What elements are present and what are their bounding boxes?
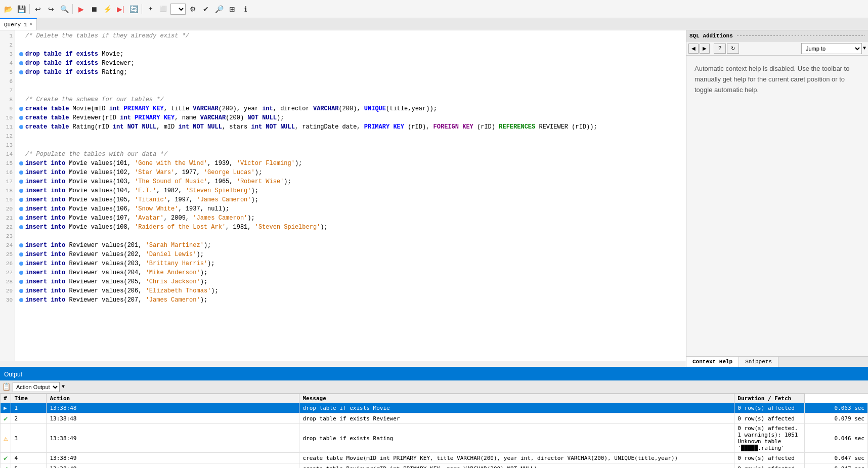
undo-button[interactable]: ↩ bbox=[32, 3, 44, 15]
output-table-container[interactable]: # Time Action Message Duration / Fetch ▶… bbox=[0, 394, 868, 468]
row-duration: 0.063 sec bbox=[805, 403, 868, 413]
code-line: insert into Movie values(103, 'The Sound… bbox=[15, 177, 686, 186]
run-selection-button[interactable]: ▶| bbox=[114, 3, 126, 15]
sql-additions-title: SQL Additions bbox=[689, 33, 733, 39]
line-number: 29 bbox=[0, 286, 13, 295]
nav-back-button[interactable]: ◀ bbox=[688, 44, 699, 54]
limit-select[interactable]: Limit to 1000 rows bbox=[170, 4, 186, 15]
context-tabs: Context Help Snippets bbox=[686, 356, 868, 367]
horizontal-scrollbar[interactable] bbox=[0, 361, 686, 367]
snippets-tab[interactable]: Snippets bbox=[739, 357, 778, 367]
code-text: create table Movie(mID int PRIMARY KEY, … bbox=[25, 104, 437, 113]
format-button[interactable]: ✦ bbox=[144, 3, 156, 15]
search2-button[interactable]: 🔎 bbox=[213, 3, 225, 15]
code-line: insert into Movie values(102, 'Star Wars… bbox=[15, 168, 686, 177]
output-table: # Time Action Message Duration / Fetch ▶… bbox=[0, 394, 868, 468]
row-message: 0 row(s) affected bbox=[734, 403, 805, 413]
output-header: Output bbox=[0, 368, 868, 380]
statement-dot bbox=[19, 225, 23, 229]
tab-bar: Query 1 × bbox=[0, 18, 868, 30]
code-text: drop table if exists Reviewer; bbox=[25, 59, 135, 68]
code-text: insert into Reviewer values(201, 'Sarah … bbox=[25, 241, 211, 250]
code-text: create table Rating(rID int NOT NULL, mI… bbox=[25, 122, 597, 132]
explain-button[interactable]: ⚡ bbox=[101, 3, 113, 15]
code-text: drop table if exists Movie; bbox=[25, 50, 123, 59]
main-toolbar: 📂 💾 ↩ ↪ 🔍 ▶ ⏹ ⚡ ▶| 🔄 ✦ ⬜ Limit to 1000 r… bbox=[0, 0, 868, 18]
nav-forward-button[interactable]: ▶ bbox=[700, 44, 710, 54]
code-line: insert into Reviewer values(204, 'Mike A… bbox=[15, 268, 686, 277]
code-line: insert into Movie values(104, 'E.T.', 19… bbox=[15, 186, 686, 195]
search-button[interactable]: 🔍 bbox=[58, 3, 70, 15]
code-editor[interactable]: /* Delete the tables if they already exi… bbox=[15, 30, 686, 361]
line-number: 14 bbox=[0, 150, 13, 159]
code-line bbox=[15, 232, 686, 241]
statement-dot bbox=[19, 271, 23, 275]
stop-button[interactable]: ⏹ bbox=[88, 3, 100, 15]
row-num: 4 bbox=[11, 453, 47, 463]
table-row[interactable]: ▶113:38:48drop table if exists Movie0 ro… bbox=[1, 403, 868, 413]
col-num: # bbox=[1, 394, 11, 403]
table-button[interactable]: ⊞ bbox=[226, 3, 238, 15]
code-text: insert into Movie values(106, 'Snow Whit… bbox=[25, 204, 229, 214]
code-line: drop table if exists Movie; bbox=[15, 50, 686, 59]
row-time: 13:38:49 bbox=[47, 453, 299, 463]
auto-help-button[interactable]: ↻ bbox=[727, 44, 739, 54]
code-line: insert into Reviewer values(207, 'James … bbox=[15, 295, 686, 305]
line-number: 2 bbox=[0, 40, 13, 50]
code-text: insert into Movie values(107, 'Avatar', … bbox=[25, 214, 255, 223]
run-button[interactable]: ▶ bbox=[75, 3, 87, 15]
commit-button[interactable]: ✔ bbox=[200, 3, 212, 15]
info-button[interactable]: ℹ bbox=[239, 3, 251, 15]
right-panel: SQL Additions ◀ ▶ ? ↻ Jump to ▼ Automati… bbox=[686, 30, 868, 367]
code-line: insert into Movie values(106, 'Snow Whit… bbox=[15, 204, 686, 214]
statement-dot bbox=[19, 171, 23, 175]
line-number: 7 bbox=[0, 86, 13, 95]
status-icon: ✔ bbox=[1, 453, 11, 463]
row-time: 13:38:48 bbox=[47, 403, 299, 413]
table-row[interactable]: ⚠313:38:49drop table if exists Rating0 r… bbox=[1, 424, 868, 453]
table-row[interactable]: ✔513:38:49create table Reviewer(rID int … bbox=[1, 463, 868, 469]
status-icon: ⚠ bbox=[1, 424, 11, 453]
redo-button[interactable]: ↪ bbox=[45, 3, 57, 15]
jump-to-select[interactable]: Jump to bbox=[801, 43, 862, 54]
line-numbers: 1234567891011121314151617181920212223242… bbox=[0, 30, 15, 361]
table-row[interactable]: ✔413:38:49create table Movie(mID int PRI… bbox=[1, 453, 868, 463]
code-line bbox=[15, 141, 686, 150]
col-duration: Duration / Fetch bbox=[734, 394, 805, 403]
run-all-button[interactable]: ⚙ bbox=[187, 3, 199, 15]
code-text: insert into Reviewer values(204, 'Mike A… bbox=[25, 268, 207, 277]
statement-dot bbox=[19, 161, 23, 165]
code-line: drop table if exists Rating; bbox=[15, 68, 686, 77]
action-output-select[interactable]: Action Output bbox=[13, 382, 60, 392]
export-icon: 📋 bbox=[2, 382, 11, 391]
separator-1 bbox=[29, 4, 30, 14]
line-number: 8 bbox=[0, 95, 13, 104]
row-num: 3 bbox=[11, 424, 47, 453]
statement-dot bbox=[19, 107, 23, 111]
code-line: insert into Reviewer values(205, 'Chris … bbox=[15, 277, 686, 286]
code-line: insert into Movie values(107, 'Avatar', … bbox=[15, 214, 686, 223]
status-icon: ▶ bbox=[1, 403, 11, 413]
code-line bbox=[15, 86, 686, 95]
line-number: 27 bbox=[0, 268, 13, 277]
code-line: insert into Movie values(101, 'Gone with… bbox=[15, 159, 686, 168]
row-duration: 0.079 sec bbox=[805, 413, 868, 424]
open-file-button[interactable]: 📂 bbox=[2, 3, 14, 15]
line-number: 11 bbox=[0, 122, 13, 132]
refresh-button[interactable]: 🔄 bbox=[127, 3, 140, 15]
tab-close-button[interactable]: × bbox=[29, 22, 32, 27]
line-number: 16 bbox=[0, 168, 13, 177]
save-button[interactable]: 💾 bbox=[15, 3, 27, 15]
query-tab-1[interactable]: Query 1 × bbox=[0, 18, 37, 30]
code-line: /* Delete the tables if they already exi… bbox=[15, 31, 686, 40]
highlight-button[interactable]: ⬜ bbox=[157, 3, 169, 15]
editor-wrapper: 1234567891011121314151617181920212223242… bbox=[0, 30, 686, 361]
help-button[interactable]: ? bbox=[714, 44, 726, 54]
code-text: insert into Movie values(102, 'Star Wars… bbox=[25, 168, 262, 177]
code-line bbox=[15, 77, 686, 86]
context-help-tab[interactable]: Context Help bbox=[686, 357, 739, 367]
table-row[interactable]: ✔213:38:48drop table if exists Reviewer0… bbox=[1, 413, 868, 424]
line-number: 26 bbox=[0, 259, 13, 268]
code-text: drop table if exists Rating; bbox=[25, 68, 127, 77]
row-num: 5 bbox=[11, 463, 47, 469]
